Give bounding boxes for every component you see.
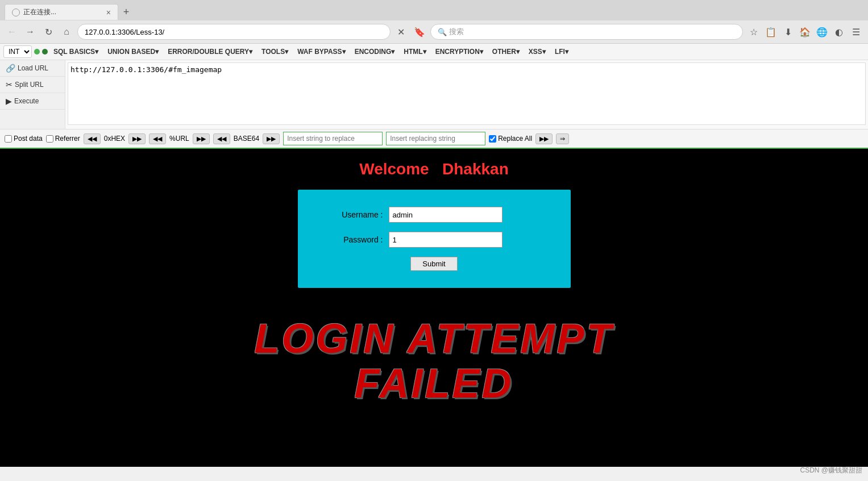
post-data-checkbox[interactable] [5,135,12,143]
password-row: Password : [321,232,548,248]
int-select[interactable]: INT [3,45,32,58]
nav-lfi[interactable]: LFI▾ [551,46,572,57]
screenshot-icon[interactable]: 📋 [763,24,778,39]
hackbar-url-textarea[interactable]: http://127.0.0.1:3306/#fm_imagemap [68,62,866,125]
nav-union-based[interactable]: UNION BASED▾ [104,46,162,57]
search-placeholder: 搜索 [449,27,464,37]
forward-button[interactable]: → [23,24,38,39]
tab-favicon [12,9,20,16]
replace-execute-button[interactable]: ⇒ [556,133,569,144]
home-icon2[interactable]: 🏠 [798,24,812,39]
post-data-label: Post data [14,135,43,143]
globe-icon[interactable]: 🌐 [815,24,829,39]
hackbar: INT SQL BASICS▾ UNION BASED▾ ERROR/DOUBL… [0,44,868,149]
hackbar-bottom-toolbar: Post data Referrer ◀◀ 0xHEX ▶▶ ◀◀ %URL ▶… [0,129,868,148]
oxhex-decode-button[interactable]: ◀◀ [84,133,101,144]
stop-button[interactable]: ✕ [394,24,409,39]
url-encode-button[interactable]: ▶▶ [193,133,210,144]
oxhex-encode-button[interactable]: ▶▶ [128,133,146,144]
nav-waf-bypass[interactable]: WAF BYPASS▾ [294,46,348,57]
address-input[interactable] [77,24,391,40]
submit-row: Submit [321,257,548,271]
welcome-message: Welcome Dhakkan [359,160,508,178]
load-url-button[interactable]: 🔗 Load URL [0,60,65,77]
hackbar-textarea-area: http://127.0.0.1:3306/#fm_imagemap [65,60,868,129]
base64-encode-button[interactable]: ▶▶ [263,133,280,144]
referrer-checkbox[interactable] [46,135,53,143]
star-icon[interactable]: ☆ [746,24,761,39]
nav-xss[interactable]: XSS▾ [525,46,549,57]
insert-string-replace-input[interactable] [283,132,383,145]
failed-line1: LOGIN ATTEMPT [255,316,614,361]
base64-decode-button[interactable]: ◀◀ [213,133,230,144]
active-tab[interactable]: 正在连接... × [5,4,118,20]
login-box: Username : Password : Submit [298,190,571,288]
tab-title: 正在连接... [23,7,103,17]
watermark: CSDN @赚钱聚甜甜 [800,466,862,467]
nav-other[interactable]: OTHER▾ [489,46,523,57]
split-url-button[interactable]: ✂ Split URL [0,77,65,93]
percent-url-label: %URL [169,135,189,143]
address-bar: ← → ↻ ⌂ ✕ 🔖 🔍 搜索 ☆ 📋 ⬇ 🏠 🌐 ◐ ☰ [0,20,868,43]
login-failed-message: LOGIN ATTEMPT FAILED [255,316,614,406]
submit-button[interactable]: Submit [410,257,457,271]
oxhex-label: 0xHEX [104,135,125,143]
split-url-icon: ✂ [6,80,13,89]
oxhex-arrow-left-icon: ◀◀ [88,135,97,143]
load-url-icon: 🔗 [6,64,15,73]
browser-chrome: 正在连接... × + ← → ↻ ⌂ ✕ 🔖 🔍 搜索 ☆ 📋 ⬇ 🏠 🌐 ◐… [0,0,868,44]
execute-label: Execute [14,97,39,105]
dot-green [34,49,40,55]
tab-close-button[interactable]: × [106,8,111,17]
split-url-label: Split URL [15,81,44,89]
extension-icon[interactable]: ◐ [832,24,846,39]
nav-html[interactable]: HTML▾ [400,46,429,57]
base64-arrow-right-icon: ▶▶ [267,135,276,143]
search-icon: 🔍 [438,28,447,36]
main-content: Welcome Dhakkan Username : Password : Su… [0,149,868,467]
password-input[interactable] [389,232,502,248]
bookmarks-button[interactable]: 🔖 [412,24,427,39]
nav-tools[interactable]: TOOLS▾ [258,46,292,57]
username-row: Username : [321,207,548,223]
execute-button[interactable]: ▶ Execute [0,93,65,110]
password-label: Password : [321,235,383,244]
replace-arrow-right-button[interactable]: ▶▶ [535,133,553,144]
browser-toolbar-icons: ☆ 📋 ⬇ 🏠 🌐 ◐ ☰ [746,24,863,39]
nav-encoding[interactable]: ENCODING▾ [351,46,398,57]
new-tab-button[interactable]: + [118,4,134,20]
site-name: Dhakkan [442,160,509,178]
url-arrow-right-icon: ▶▶ [197,135,206,143]
menu-icon[interactable]: ☰ [849,24,863,39]
home-button[interactable]: ⌂ [59,24,74,39]
replace-all-checkbox-label[interactable]: Replace All [489,135,532,143]
nav-sql-basics[interactable]: SQL BASICS▾ [50,46,102,57]
hackbar-content: 🔗 Load URL ✂ Split URL ▶ Execute http://… [0,60,868,129]
replace-all-checkbox[interactable] [489,135,496,143]
nav-encryption[interactable]: ENCRYPTION▾ [432,46,487,57]
referrer-label: Referrer [55,135,80,143]
dot-dark [42,49,48,55]
execute-icon: ▶ [6,97,12,106]
referrer-checkbox-label[interactable]: Referrer [46,135,80,143]
insert-replacing-string-input[interactable] [386,132,485,145]
download-icon[interactable]: ⬇ [780,24,795,39]
status-dots [34,49,48,55]
failed-line2: FAILED [255,361,614,406]
url-arrow-left-icon: ◀◀ [153,135,162,143]
base64-arrow-left-icon: ◀◀ [217,135,226,143]
replace-execute-icon: ⇒ [560,135,565,143]
base64-label: BASE64 [234,135,259,143]
refresh-button[interactable]: ↻ [41,24,56,39]
username-label: Username : [321,210,383,219]
post-data-checkbox-label[interactable]: Post data [5,135,43,143]
load-url-label: Load URL [18,64,48,72]
hackbar-sidebar: 🔗 Load URL ✂ Split URL ▶ Execute [0,60,65,129]
oxhex-arrow-right-icon: ▶▶ [132,135,142,143]
back-button[interactable]: ← [5,24,19,39]
tab-bar: 正在连接... × + [0,0,868,20]
nav-error-double[interactable]: ERROR/DOUBLE QUERY▾ [164,46,256,57]
username-input[interactable] [389,207,502,223]
welcome-label: Welcome [359,160,429,178]
url-decode-button[interactable]: ◀◀ [149,133,166,144]
